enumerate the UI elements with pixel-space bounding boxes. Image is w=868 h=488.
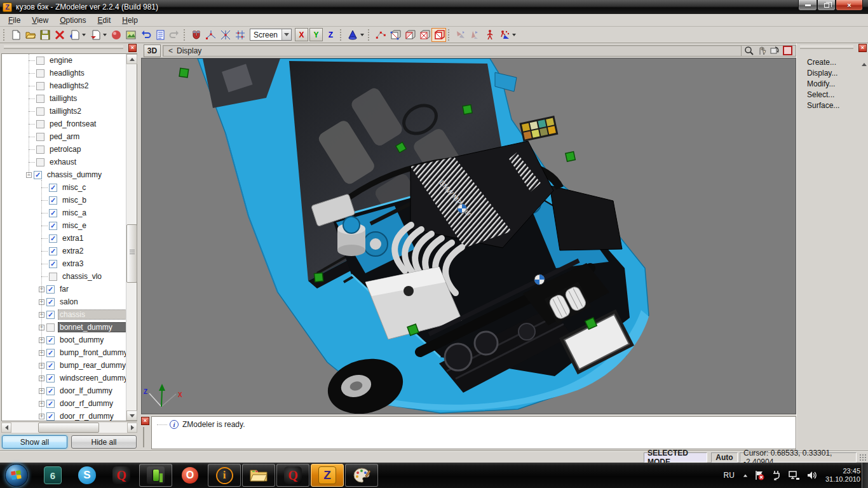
network-icon[interactable]	[788, 470, 800, 481]
taskbar-app-qip[interactable]: Q	[105, 464, 138, 487]
import-dropdown-icon[interactable]	[82, 34, 86, 36]
tree-item-salon[interactable]: +✓salon	[2, 295, 126, 308]
menu-help[interactable]: Help	[116, 15, 144, 26]
visibility-checkbox[interactable]: ✓	[46, 298, 55, 306]
import-icon[interactable]	[67, 28, 81, 42]
log-panel-close-icon[interactable]: ×	[141, 417, 149, 425]
power-plug-icon[interactable]	[771, 470, 782, 481]
toolbar-grip[interactable]	[340, 29, 342, 41]
scroll-up-icon[interactable]	[862, 54, 867, 63]
tree-item-headlights2[interactable]: headlights2	[2, 79, 126, 92]
menu-file[interactable]: File	[3, 15, 26, 26]
view-breadcrumb-bar[interactable]: < Display	[163, 45, 741, 57]
notes-icon[interactable]	[153, 28, 167, 42]
status-auto[interactable]: Auto	[711, 452, 738, 463]
delete-icon[interactable]	[52, 28, 67, 42]
tree-item-door_rf_dummy[interactable]: +✓door_rf_dummy	[2, 397, 126, 410]
visibility-checkbox[interactable]	[36, 120, 44, 128]
dummy-helper-icon[interactable]	[468, 28, 482, 42]
visibility-checkbox[interactable]: ✓	[46, 412, 55, 421]
tree-item-chassis_vlo[interactable]: chassis_vlo	[2, 270, 126, 283]
tree-item-misc_b[interactable]: ✓misc_b	[2, 194, 126, 207]
hide-all-button[interactable]: Hide all	[71, 435, 137, 449]
tree-item-far[interactable]: +✓far	[2, 283, 126, 295]
gizmo-dropdown-icon[interactable]	[360, 34, 364, 36]
command-item-surface[interactable]: Surface...	[807, 100, 868, 111]
tree-item-taillights[interactable]: taillights	[2, 92, 126, 105]
action-center-flag-icon[interactable]	[754, 470, 765, 481]
show-all-button[interactable]: Show all	[2, 435, 67, 449]
tree-item-misc_a[interactable]: ✓misc_a	[2, 207, 126, 219]
edge-level-icon[interactable]	[388, 28, 402, 42]
minimize-button[interactable]	[798, 0, 817, 11]
command-item-create[interactable]: Create...	[807, 57, 868, 68]
toolbar-grip[interactable]	[3, 29, 5, 41]
visibility-checkbox[interactable]: ✓	[46, 374, 55, 383]
visibility-checkbox[interactable]	[36, 69, 44, 78]
visibility-checkbox[interactable]: ✓	[46, 285, 55, 294]
visibility-checkbox[interactable]	[36, 133, 44, 141]
tray-clock[interactable]: 23:45 31.10.2010	[825, 467, 860, 484]
restore-button[interactable]	[817, 0, 836, 11]
visibility-checkbox[interactable]: ✓	[49, 184, 57, 192]
taskbar-app-messenger[interactable]	[139, 464, 172, 487]
taskbar-app-skype[interactable]: S	[71, 464, 104, 487]
tree-item-ped_arm[interactable]: ped_arm	[2, 130, 126, 143]
tree-vertical-scrollbar[interactable]	[126, 54, 137, 421]
undo-icon[interactable]	[138, 28, 153, 42]
visibility-checkbox[interactable]: ✓	[46, 336, 55, 344]
tree-item-taillights2[interactable]: taillights2	[2, 105, 126, 118]
snap-grid-icon[interactable]	[233, 28, 247, 42]
visibility-checkbox[interactable]: ✓	[49, 260, 57, 268]
face-level-icon[interactable]	[402, 28, 417, 42]
menu-options[interactable]: Options	[54, 15, 92, 26]
scroll-up-icon[interactable]	[126, 54, 137, 64]
tree-panel-close-icon[interactable]: ×	[128, 44, 137, 52]
gizmo-cone-icon[interactable]	[345, 28, 360, 42]
axis-y-button[interactable]: Y	[309, 28, 323, 41]
visibility-checkbox[interactable]	[36, 158, 44, 166]
tree-item-extra3[interactable]: ✓extra3	[2, 257, 126, 270]
panel-grip[interactable]	[800, 46, 853, 49]
menu-edit[interactable]: Edit	[92, 15, 117, 26]
pan-hand-icon[interactable]	[756, 46, 768, 56]
skeleton-icon[interactable]	[482, 28, 497, 42]
tree-item-exhaust[interactable]: exhaust	[2, 156, 126, 168]
tree-horizontal-scrollbar[interactable]	[1, 423, 137, 433]
visibility-checkbox[interactable]	[36, 146, 44, 154]
commands-panel-close-icon[interactable]: ×	[858, 44, 867, 52]
screen-select[interactable]: Screen	[250, 29, 292, 41]
tree-item-engine[interactable]: engine	[2, 54, 126, 67]
back-chevron[interactable]: <	[163, 46, 177, 55]
tree-item-ped_frontseat[interactable]: ped_frontseat	[2, 118, 126, 130]
axis-x-button[interactable]: X	[295, 28, 308, 41]
new-file-icon[interactable]	[8, 28, 23, 42]
screen-select-arrow[interactable]	[281, 29, 291, 40]
visibility-checkbox[interactable]: ✓	[49, 222, 57, 230]
tree-item-petrolcap[interactable]: petrolcap	[2, 143, 126, 156]
panel-grip[interactable]	[143, 427, 146, 447]
material-sphere-icon[interactable]	[109, 28, 123, 42]
tree-item-door_lf_dummy[interactable]: +✓door_lf_dummy	[2, 384, 126, 397]
speaker-icon[interactable]	[806, 470, 817, 481]
visibility-checkbox[interactable]: ✓	[46, 362, 55, 370]
visibility-checkbox[interactable]	[36, 107, 44, 116]
mesh-level-icon[interactable]	[417, 28, 431, 42]
taskbar-app-zmodeler[interactable]: Z	[311, 464, 344, 487]
tree-item-chassis[interactable]: +✓chassis	[2, 308, 126, 321]
visibility-checkbox[interactable]	[49, 273, 57, 281]
taskbar-app-info[interactable]: i	[208, 464, 241, 487]
magnet-icon[interactable]	[189, 28, 203, 42]
tree-item-chassis_dummy[interactable]: −✓chassis_dummy	[2, 168, 126, 181]
axis-z-button[interactable]: Z	[324, 28, 337, 41]
visibility-checkbox[interactable]: ✓	[49, 247, 57, 255]
view-mode-button[interactable]: 3D	[144, 44, 161, 57]
scroll-left-icon[interactable]	[1, 423, 11, 433]
save-icon[interactable]	[37, 28, 52, 42]
vertex-level-icon[interactable]	[373, 28, 388, 42]
tree-item-extra2[interactable]: ✓extra2	[2, 245, 126, 257]
hidden-icons-chevron[interactable]	[743, 474, 747, 477]
visibility-checkbox[interactable]: ✓	[46, 400, 55, 408]
visibility-checkbox[interactable]	[46, 323, 55, 332]
texture-browser-icon[interactable]	[123, 28, 138, 42]
